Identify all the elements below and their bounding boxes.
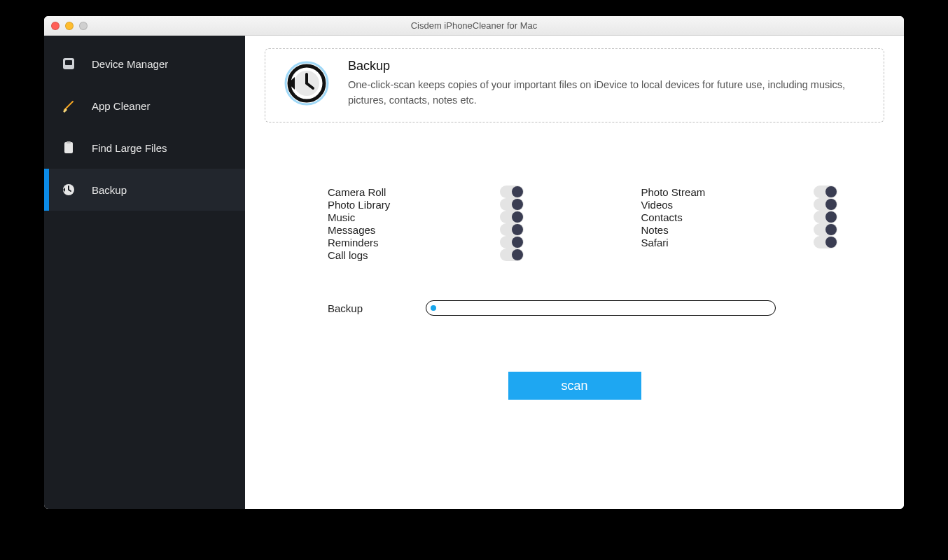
option-call-logs: Call logs xyxy=(328,248,524,261)
option-label: Safari xyxy=(641,237,669,248)
sidebar-item-find-large-files[interactable]: Find Large Files xyxy=(44,127,245,169)
option-label: Music xyxy=(328,211,355,223)
toggle-messages[interactable] xyxy=(500,223,524,236)
toggle-notes[interactable] xyxy=(814,223,837,236)
toggle-contacts[interactable] xyxy=(814,211,837,223)
option-photo-library: Photo Library xyxy=(328,198,524,211)
sidebar-item-app-cleaner[interactable]: App Cleaner xyxy=(44,85,245,127)
option-label: Photo Stream xyxy=(641,186,706,198)
option-label: Call logs xyxy=(328,249,368,261)
toggle-call-logs[interactable] xyxy=(500,248,524,261)
option-messages: Messages xyxy=(328,223,524,236)
svg-rect-4 xyxy=(67,141,71,144)
backup-options: Camera Roll Photo Library Music Messages xyxy=(265,186,884,261)
minimize-window-button[interactable] xyxy=(65,22,74,30)
option-notes: Notes xyxy=(641,223,837,236)
option-label: Notes xyxy=(641,224,669,236)
toggle-photo-stream[interactable] xyxy=(814,186,837,198)
backup-path-row: Backup xyxy=(265,300,884,316)
backup-large-icon xyxy=(282,59,331,108)
option-label: Reminders xyxy=(328,237,379,248)
option-label: Camera Roll xyxy=(328,186,386,198)
window-title: Cisdem iPhoneCleaner for Mac xyxy=(44,20,904,31)
option-label: Messages xyxy=(328,224,375,236)
titlebar: Cisdem iPhoneCleaner for Mac xyxy=(44,16,904,36)
sidebar-item-backup[interactable]: Backup xyxy=(44,169,245,211)
svg-rect-1 xyxy=(65,60,72,65)
main-panel: Backup One-click-scan keeps copies of yo… xyxy=(245,36,904,509)
info-box: Backup One-click-scan keeps copies of yo… xyxy=(265,48,884,122)
toggle-photo-library[interactable] xyxy=(500,198,524,211)
option-camera-roll: Camera Roll xyxy=(328,186,524,198)
toggle-reminders[interactable] xyxy=(500,236,524,248)
option-reminders: Reminders xyxy=(328,236,524,248)
backup-path-label: Backup xyxy=(328,302,391,314)
toggle-videos[interactable] xyxy=(814,198,837,211)
option-label: Contacts xyxy=(641,211,683,223)
window-controls xyxy=(44,22,88,30)
option-contacts: Contacts xyxy=(641,211,837,223)
option-label: Videos xyxy=(641,199,674,211)
device-icon xyxy=(61,56,76,71)
toggle-camera-roll[interactable] xyxy=(500,186,524,198)
sidebar-item-label: Backup xyxy=(92,184,127,196)
option-videos: Videos xyxy=(641,198,837,211)
clipboard-icon xyxy=(61,140,76,155)
option-photo-stream: Photo Stream xyxy=(641,186,837,198)
info-description: One-click-scan keeps copies of your impo… xyxy=(348,78,867,107)
close-window-button[interactable] xyxy=(51,22,60,30)
scan-button[interactable]: scan xyxy=(508,372,641,400)
option-safari: Safari xyxy=(641,236,837,248)
sidebar: Device Manager App Cleaner Find Large Fi… xyxy=(44,36,245,509)
window-body: Device Manager App Cleaner Find Large Fi… xyxy=(44,36,904,509)
sidebar-item-label: Device Manager xyxy=(92,58,168,70)
svg-rect-3 xyxy=(64,142,73,153)
info-title: Backup xyxy=(348,59,867,74)
scan-button-wrap: scan xyxy=(265,372,884,400)
toggle-safari[interactable] xyxy=(814,236,837,248)
path-indicator-dot xyxy=(431,305,436,311)
info-text: Backup One-click-scan keeps copies of yo… xyxy=(348,59,867,107)
sidebar-item-label: App Cleaner xyxy=(92,100,150,112)
app-window: Cisdem iPhoneCleaner for Mac Device Mana… xyxy=(44,16,904,509)
zoom-window-button[interactable] xyxy=(79,22,88,30)
option-music: Music xyxy=(328,211,524,223)
broom-icon xyxy=(61,98,76,113)
backup-path-input[interactable] xyxy=(426,300,776,316)
backup-icon xyxy=(61,182,76,197)
sidebar-item-label: Find Large Files xyxy=(92,142,167,154)
sidebar-item-device-manager[interactable]: Device Manager xyxy=(44,43,245,85)
option-label: Photo Library xyxy=(328,199,390,211)
toggle-music[interactable] xyxy=(500,211,524,223)
